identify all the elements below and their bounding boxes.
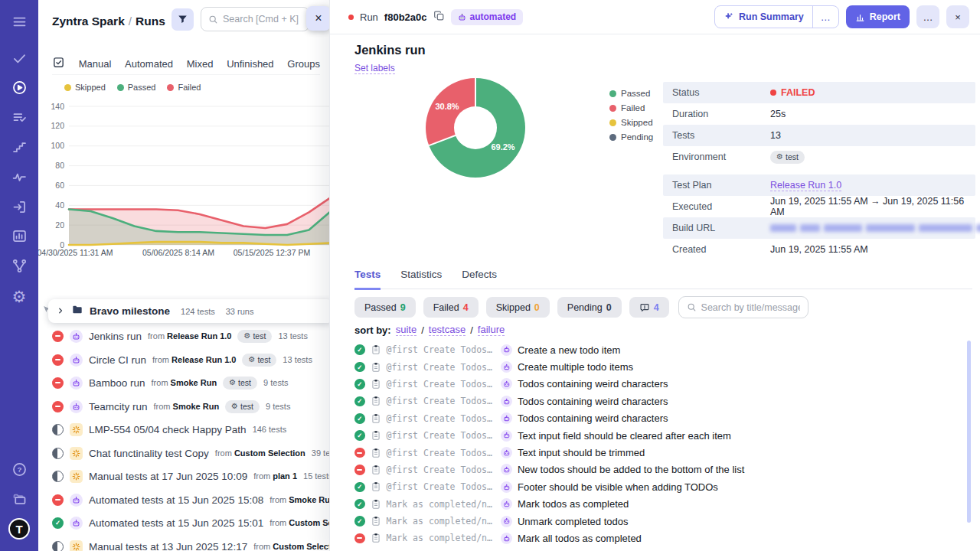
runs-search[interactable]: [201, 7, 309, 31]
sort-separator: /: [470, 324, 473, 336]
sidebar: ⚙ ? T: [0, 0, 38, 551]
run-name: Chat functinality test Copy: [89, 448, 209, 459]
tab-statistics[interactable]: Statistics: [400, 269, 442, 289]
info-row-duration: Duration25s: [663, 103, 975, 125]
run-from: from plan 1: [253, 471, 297, 481]
search-icon: [687, 302, 697, 312]
tab-unfinished[interactable]: Unfinished: [227, 58, 273, 70]
filter-button[interactable]: [172, 8, 194, 31]
test-plans-icon[interactable]: [9, 107, 29, 127]
partial-status-icon: [52, 471, 64, 482]
more-actions-button[interactable]: …: [916, 5, 939, 28]
passed-status-icon: [52, 517, 64, 529]
milestone-folder-row[interactable]: Bravo milestone 124 tests 33 runs: [48, 299, 329, 323]
test-row[interactable]: Mark as completed/n…Mark all todos as co…: [354, 530, 962, 546]
test-row[interactable]: Mark as completed/n…Mark todos as comple…: [354, 496, 962, 513]
tab-mixed[interactable]: Mixed: [187, 58, 214, 70]
passed-status-icon: [354, 499, 365, 510]
run-list-item[interactable]: Bamboo run from Smoke Run ⚙test 9 tests: [52, 371, 329, 394]
tests-search[interactable]: [678, 296, 808, 318]
runs-search-input[interactable]: [223, 14, 302, 24]
run-list-item[interactable]: Manual tests at 17 Jun 2025 10:09 from p…: [52, 465, 329, 487]
tests-check-icon[interactable]: [9, 48, 29, 68]
run-summary-more-button[interactable]: …: [813, 6, 838, 28]
filter-passed[interactable]: Passed9: [354, 297, 416, 318]
copy-icon[interactable]: [433, 10, 445, 24]
tab-manual[interactable]: Manual: [79, 58, 112, 70]
settings-gear-icon[interactable]: ⚙: [9, 286, 29, 306]
sort-by-failure[interactable]: failure: [478, 324, 505, 336]
run-summary-button[interactable]: Run Summary: [715, 6, 812, 28]
test-row[interactable]: @first Create Todos…Footer should be vis…: [354, 478, 962, 495]
run-list-item[interactable]: LMP-554 05/04 check Happy Path 146 tests: [52, 418, 329, 441]
filter-failed[interactable]: Failed4: [423, 297, 479, 318]
test-row[interactable]: @first Create Todos…Create a new todo it…: [354, 341, 962, 358]
tab-tests[interactable]: Tests: [354, 269, 381, 290]
clipboard-icon: [371, 516, 381, 527]
menu-icon[interactable]: [9, 11, 29, 31]
close-detail-button[interactable]: ×: [946, 5, 969, 28]
test-row[interactable]: @first Create Todos…Text input field sho…: [354, 427, 962, 444]
search-icon: [208, 15, 218, 24]
project-name[interactable]: Zyntra Spark: [52, 15, 125, 28]
test-row[interactable]: @first Create Todos…Todos containing wei…: [354, 410, 962, 427]
pulse-icon[interactable]: [9, 167, 29, 187]
run-list-item[interactable]: Automated tests at 15 Jun 2025 15:08 fro…: [52, 488, 329, 511]
integrations-branch-icon[interactable]: [9, 256, 29, 276]
analytics-icon[interactable]: [9, 226, 29, 246]
projects-folders-icon[interactable]: [9, 489, 29, 509]
run-list-item[interactable]: Teamcity run from Smoke Run ⚙test 9 test…: [52, 395, 329, 418]
milestones-steps-icon[interactable]: [9, 137, 29, 157]
test-row[interactable]: @first Create Todos…Todos containing wei…: [354, 393, 962, 409]
test-row[interactable]: @first Create Todos…New todos should be …: [354, 461, 962, 478]
filter-skipped[interactable]: Skipped0: [486, 297, 550, 318]
select-all-icon[interactable]: [52, 56, 65, 72]
sort-by-testcase[interactable]: testcase: [429, 324, 466, 336]
tab-groups[interactable]: Groups: [287, 58, 320, 70]
passed-status-icon: [354, 396, 365, 407]
passed-dot: [117, 84, 124, 91]
run-detail-panel: Run f80b2a0c automated Run Summary … Rep…: [329, 0, 980, 551]
test-plan-link[interactable]: Release Run 1.0: [770, 180, 841, 191]
test-row[interactable]: Mark as completed/n…Unmark completed tod…: [354, 513, 962, 530]
scrollbar[interactable]: [967, 341, 971, 523]
automated-badge[interactable]: automated: [451, 9, 524, 25]
set-labels-link[interactable]: Set labels: [354, 63, 395, 74]
run-list-item[interactable]: Chat functinality test Copy from Custom …: [52, 442, 329, 465]
environment-badge: ⚙test: [770, 151, 805, 164]
runs-filter-tabs: Manual Automated Mixed Unfinished Groups: [52, 54, 320, 75]
report-button[interactable]: Report: [846, 5, 910, 28]
filter-pending[interactable]: Pending0: [557, 297, 622, 318]
failed-dot-icon: [348, 15, 354, 20]
test-title: Mark todos as completed: [518, 498, 629, 510]
chevron-right-icon[interactable]: [56, 305, 65, 318]
automated-test-icon: [501, 378, 512, 390]
tab-defects[interactable]: Defects: [462, 269, 497, 289]
run-list-item[interactable]: Circle CI run from Release Run 1.0 ⚙test…: [52, 348, 329, 371]
close-panel-button[interactable]: ×: [306, 6, 329, 31]
test-row[interactable]: @first Create Todos…Create multiple todo…: [354, 358, 962, 375]
run-name: Manual tests at 13 Jun 2025 12:17: [89, 541, 247, 551]
runs-play-icon[interactable]: [9, 77, 29, 97]
sort-by-suite[interactable]: suite: [396, 324, 416, 336]
failed-status-icon: [52, 494, 64, 506]
run-list-item[interactable]: Jenkins run from Release Run 1.0 ⚙test 1…: [52, 324, 329, 347]
import-icon[interactable]: [9, 197, 29, 217]
run-from: from Smoke Run: [152, 378, 217, 387]
results-donut-chart: 30.8% 69.2%: [426, 78, 525, 178]
test-suite: Mark as completed/n…: [387, 499, 492, 510]
test-row[interactable]: @first Create Todos…Todos containing wei…: [354, 376, 962, 393]
sort-separator: /: [421, 324, 424, 336]
help-icon[interactable]: ?: [9, 459, 29, 479]
svg-text:20: 20: [55, 220, 64, 230]
test-suite: @first Create Todos…: [387, 344, 492, 355]
filter-comments[interactable]: 4: [629, 297, 669, 318]
tests-search-input[interactable]: [701, 302, 800, 313]
run-list-item[interactable]: Automated tests at 15 Jun 2025 15:01 fro…: [52, 511, 329, 534]
gear-icon: ⚙: [248, 356, 255, 364]
test-row[interactable]: @first Create Todos…Text input should be…: [354, 444, 962, 461]
tab-automated[interactable]: Automated: [125, 58, 173, 70]
run-name: Circle CI run: [89, 354, 146, 366]
testomat-logo[interactable]: T: [8, 518, 30, 540]
run-list-item[interactable]: Manual tests at 13 Jun 2025 12:17 from C…: [52, 535, 329, 551]
